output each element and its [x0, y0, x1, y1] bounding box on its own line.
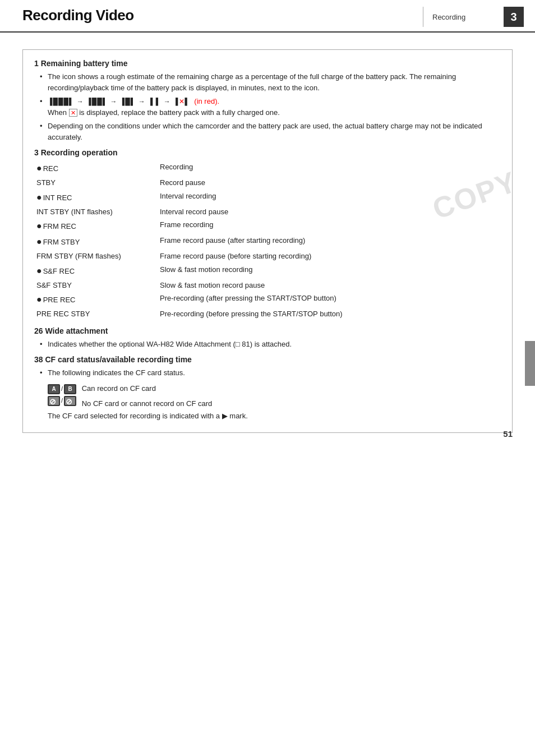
page-number: 51 — [503, 429, 513, 439]
page-title-area: Recording Video — [22, 7, 414, 27]
header-right: Recording 3 — [423, 7, 524, 27]
rec-label: ●FRM STBY — [34, 234, 158, 250]
rec-label-text: FRM REC — [43, 222, 76, 231]
rec-dot: ● — [36, 163, 42, 173]
content-box: 1 Remaining battery time The icon shows … — [22, 49, 513, 433]
side-tab — [525, 341, 535, 386]
rec-table-row: ●INT RECInterval recording — [34, 190, 501, 205]
rec-table-row: STBYRecord pause — [34, 176, 501, 190]
main-content: COPY 1 Remaining battery time The icon s… — [0, 33, 535, 455]
rec-label: ●REC — [34, 160, 158, 176]
rec-label: S&F STBY — [34, 279, 158, 292]
cf-line3-text: The CF card selected for recording is in… — [48, 412, 248, 420]
wide-bullets: Indicates whether the optional WA-H82 Wi… — [34, 339, 501, 350]
rec-dot: ● — [36, 192, 42, 202]
rec-label: PRE REC STBY — [34, 307, 158, 321]
rec-dot: ● — [36, 237, 42, 246]
cf-icon-x2: ⊘ — [64, 396, 76, 406]
rec-desc: Pre-recording (after pressing the START/… — [158, 292, 501, 307]
rec-desc: Record pause — [158, 176, 501, 190]
cf-card-bullets: The following indicates the CF card stat… — [34, 367, 501, 379]
battery-bullet-3: Depending on the conditions under which … — [40, 121, 501, 142]
wide-bullet-1: Indicates whether the optional WA-H82 Wi… — [40, 339, 501, 350]
cf-card-intro: The following indicates the CF card stat… — [48, 368, 185, 377]
battery-heading: 1 Remaining battery time — [34, 59, 501, 68]
rec-label: ●PRE REC — [34, 292, 158, 307]
rec-label-text: FRM STBY — [43, 238, 80, 246]
cf-card-bullet-1: The following indicates the CF card stat… — [40, 367, 501, 379]
cf-card-line1: A / B Can record on CF card — [34, 383, 501, 394]
cf-line2-text: No CF card or cannot record on CF card — [82, 399, 213, 408]
rec-desc: Interval recording — [158, 190, 501, 205]
battery-bullet-1-text: The icon shows a rough estimate of the r… — [48, 72, 456, 92]
cf-card-line3: The CF card selected for recording is in… — [34, 411, 501, 422]
rec-table-row: ●S&F RECSlow & fast motion recording — [34, 263, 501, 279]
rec-table-row: S&F STBYSlow & fast motion record pause — [34, 279, 501, 292]
battery-bullet-1: The icon shows a rough estimate of the r… — [40, 71, 501, 93]
rec-dot: ● — [36, 266, 42, 275]
rec-desc: Interval record pause — [158, 205, 501, 219]
rec-dot: ● — [36, 221, 42, 231]
rec-label: FRM STBY (FRM flashes) — [34, 250, 158, 263]
rec-label-text: S&F REC — [43, 267, 75, 275]
cf-icon-b: B — [64, 384, 76, 394]
rec-table-row: ●FRM RECFrame recording — [34, 218, 501, 234]
rec-label: INT STBY (INT flashes) — [34, 205, 158, 219]
cf-slash-2: / — [61, 396, 63, 405]
rec-label: ●FRM REC — [34, 218, 158, 234]
rec-desc: Slow & fast motion record pause — [158, 279, 501, 292]
cf-slash: / — [61, 384, 63, 394]
chapter-number: 3 — [504, 7, 524, 27]
rec-table-row: ●PRE RECPre-recording (after pressing th… — [34, 292, 501, 307]
battery-bullet-3-text: Depending on the conditions under which … — [48, 122, 482, 141]
rec-dot: ● — [36, 294, 42, 304]
rec-label: ●S&F REC — [34, 263, 158, 279]
recording-op-table: ●RECRecordingSTBYRecord pause●INT RECInt… — [34, 160, 501, 321]
page-header: Recording Video Recording 3 — [0, 0, 535, 33]
cf-card-heading: 38 CF card status/available recording ti… — [34, 355, 501, 364]
rec-desc: Slow & fast motion recording — [158, 263, 501, 279]
cf-line1-text: Can record on CF card — [82, 384, 156, 393]
battery-icons-text: ▐███▌ → ▐██▌ → ▐█▌ → ▐ ▌ → ▐✕▌ (in red).… — [48, 97, 280, 117]
chapter-label: Recording — [432, 13, 498, 21]
rec-table-row: FRM STBY (FRM flashes)Frame record pause… — [34, 250, 501, 263]
battery-bullet-2: ▐███▌ → ▐██▌ → ▐█▌ → ▐ ▌ → ▐✕▌ (in red).… — [40, 96, 501, 118]
rec-label-text: PRE REC — [43, 296, 76, 304]
wide-bullet-1-text: Indicates whether the optional WA-H82 Wi… — [48, 340, 292, 348]
rec-label-text: INT REC — [43, 193, 72, 202]
rec-desc: Frame record pause (after starting recor… — [158, 234, 501, 250]
rec-table-row: ●RECRecording — [34, 160, 501, 176]
rec-desc: Pre-recording (before pressing the START… — [158, 307, 501, 321]
rec-label-text: REC — [43, 164, 58, 173]
rec-desc: Frame record pause (before starting reco… — [158, 250, 501, 263]
rec-table-row: ●FRM STBYFrame record pause (after start… — [34, 234, 501, 250]
rec-desc: Frame recording — [158, 218, 501, 234]
page-container: Recording Video Recording 3 COPY 1 Remai… — [0, 0, 535, 756]
recording-op-heading: 3 Recording operation — [34, 148, 501, 157]
rec-label: ●INT REC — [34, 190, 158, 205]
rec-desc: Recording — [158, 160, 501, 176]
rec-label: STBY — [34, 176, 158, 190]
cf-card-line2: ⊘ / ⊘ No CF card or cannot record on CF … — [34, 396, 501, 409]
cf-icon-x1: ⊘ — [48, 396, 60, 406]
battery-bullets: The icon shows a rough estimate of the r… — [34, 71, 501, 142]
wide-heading: 26 Wide attachment — [34, 326, 501, 335]
rec-table-row: INT STBY (INT flashes)Interval record pa… — [34, 205, 501, 219]
cf-icon-a: A — [48, 384, 60, 394]
rec-table-row: PRE REC STBYPre-recording (before pressi… — [34, 307, 501, 321]
page-title: Recording Video — [22, 7, 414, 24]
